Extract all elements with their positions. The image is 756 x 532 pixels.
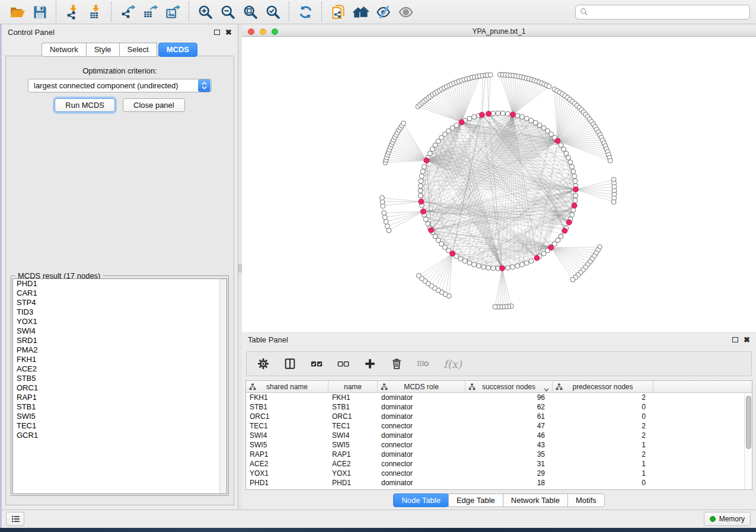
toolbar-separator bbox=[189, 2, 189, 22]
mcds-result-node[interactable]: FKH1 bbox=[13, 355, 227, 364]
network-canvas[interactable] bbox=[242, 37, 756, 332]
mcds-result-node[interactable]: SWI4 bbox=[13, 326, 227, 336]
column-header-MCDS-role[interactable]: MCDS role bbox=[378, 381, 465, 392]
table-row[interactable]: SWI4SWI4dominator462 bbox=[246, 431, 744, 440]
search-icon bbox=[580, 8, 588, 16]
zoom-fit-icon[interactable] bbox=[241, 3, 259, 21]
mcds-result-node[interactable]: SRD1 bbox=[13, 336, 227, 345]
table-scrollbar-thumb[interactable] bbox=[746, 396, 751, 449]
tab-node-table[interactable]: Node Table bbox=[393, 493, 449, 507]
float-panel-icon[interactable] bbox=[732, 337, 738, 342]
float-panel-icon[interactable] bbox=[214, 30, 220, 35]
split-view-icon[interactable] bbox=[283, 357, 296, 370]
desktop-background-bottom bbox=[0, 528, 756, 532]
optimization-criterion-dropdown[interactable]: largest connected component (undirected) bbox=[28, 79, 212, 92]
export-table-icon[interactable] bbox=[141, 3, 159, 21]
show-hide-icon[interactable] bbox=[397, 3, 414, 21]
home-icon[interactable] bbox=[352, 3, 369, 21]
function-builder-icon: f(x) bbox=[444, 358, 462, 370]
mcds-result-node[interactable]: CAR1 bbox=[13, 289, 227, 298]
cell-name: ORC1 bbox=[328, 412, 378, 421]
search-input[interactable] bbox=[588, 6, 745, 18]
table-row[interactable]: SWI5SWI5connector431 bbox=[246, 440, 744, 450]
cell-shared-name: TEC1 bbox=[246, 421, 328, 431]
import-table-icon[interactable] bbox=[86, 3, 104, 21]
save-session-icon[interactable] bbox=[31, 3, 49, 21]
table-panel: Table Panel ✖ f(x) shared namenameMCDS r… bbox=[242, 332, 756, 508]
table-row[interactable]: FKH1FKH1dominator962 bbox=[246, 393, 744, 402]
cell-name: PHD1 bbox=[328, 478, 378, 488]
tab-mcds[interactable]: MCDS bbox=[158, 43, 197, 57]
column-header-shared-name[interactable]: shared name bbox=[246, 381, 328, 392]
tab-motifs[interactable]: Motifs bbox=[567, 493, 605, 507]
open-session-icon[interactable] bbox=[8, 3, 26, 21]
select-all-icon[interactable] bbox=[310, 357, 323, 370]
node-table: shared namenameMCDS rolesuccessor nodesp… bbox=[245, 380, 752, 490]
table-panel-header: Table Panel ✖ bbox=[242, 332, 756, 348]
zoom-out-icon[interactable] bbox=[219, 3, 237, 21]
result-list-scrollbar[interactable] bbox=[219, 279, 227, 493]
mcds-result-node[interactable]: SWI5 bbox=[13, 412, 227, 421]
table-row[interactable]: YOX1YOX1connector291 bbox=[246, 469, 744, 478]
tab-edge-table[interactable]: Edge Table bbox=[448, 493, 503, 507]
memory-button[interactable]: Memory bbox=[704, 512, 751, 526]
close-panel-button[interactable]: Close panel bbox=[123, 98, 185, 112]
cell-shared-name: STB1 bbox=[246, 402, 328, 412]
tab-style[interactable]: Style bbox=[86, 43, 120, 57]
network-graph[interactable] bbox=[242, 37, 756, 332]
tab-network-table[interactable]: Network Table bbox=[503, 493, 568, 507]
import-network-icon[interactable] bbox=[63, 3, 81, 21]
mcds-result-node[interactable]: RAP1 bbox=[13, 393, 227, 402]
table-panel-title: Table Panel bbox=[248, 335, 288, 344]
mcds-result-node[interactable]: ACE2 bbox=[13, 364, 227, 374]
table-row[interactable]: ACE2ACE2connector311 bbox=[246, 459, 744, 469]
memory-indicator-icon bbox=[710, 516, 716, 522]
zoom-in-icon[interactable] bbox=[196, 3, 214, 21]
cell-successor-nodes: 43 bbox=[465, 440, 553, 450]
mcds-result-node[interactable]: STB5 bbox=[13, 374, 227, 383]
column-header-name[interactable]: name bbox=[328, 381, 378, 392]
mcds-result-node[interactable]: STB1 bbox=[13, 402, 227, 412]
zoom-selected-icon[interactable] bbox=[264, 3, 282, 21]
close-panel-icon[interactable]: ✖ bbox=[744, 336, 750, 344]
cell-shared-name: SWI5 bbox=[246, 440, 328, 450]
run-mcds-button[interactable]: Run MCDS bbox=[55, 98, 115, 112]
table-row[interactable]: TEC1TEC1connector472 bbox=[246, 421, 744, 431]
search-box[interactable] bbox=[575, 5, 750, 20]
mcds-result-node[interactable]: STP4 bbox=[13, 298, 227, 307]
mcds-result-node[interactable]: TID3 bbox=[13, 307, 227, 317]
table-row[interactable]: ORC1ORC1dominator610 bbox=[246, 412, 744, 421]
export-network-icon[interactable] bbox=[119, 3, 136, 21]
export-image-icon[interactable] bbox=[164, 3, 181, 21]
refresh-layout-icon[interactable] bbox=[296, 3, 314, 21]
mcds-result-node[interactable]: YOX1 bbox=[13, 317, 227, 326]
share-document-icon[interactable] bbox=[329, 3, 347, 21]
table-row[interactable]: RAP1RAP1dominator352 bbox=[246, 450, 744, 459]
table-scrollbar[interactable] bbox=[744, 393, 752, 489]
deselect-all-icon[interactable] bbox=[337, 357, 350, 370]
shared-column-icon bbox=[468, 383, 476, 392]
mcds-result-list[interactable]: PHD1CAR1STP4TID3YOX1SWI4SRD1PMA2FKH1ACE2… bbox=[12, 278, 227, 494]
mcds-result-node[interactable]: TEC1 bbox=[13, 421, 227, 431]
settings-icon[interactable] bbox=[257, 357, 270, 370]
mcds-result-node[interactable]: PHD1 bbox=[13, 279, 227, 289]
tab-network[interactable]: Network bbox=[42, 43, 87, 57]
tab-select[interactable]: Select bbox=[119, 43, 157, 57]
close-panel-icon[interactable]: ✖ bbox=[225, 28, 232, 36]
delete-column-icon[interactable] bbox=[390, 357, 403, 370]
mcds-result-node[interactable]: PMA2 bbox=[13, 345, 227, 355]
table-row[interactable]: PHD1PHD1dominator180 bbox=[246, 478, 744, 488]
column-header-predecessor-nodes[interactable]: predecessor nodes bbox=[553, 381, 653, 392]
add-column-icon[interactable] bbox=[363, 357, 377, 370]
mcds-result-node[interactable]: GCR1 bbox=[13, 431, 227, 440]
task-history-button[interactable] bbox=[6, 512, 24, 526]
mcds-result-node[interactable]: ORC1 bbox=[13, 383, 227, 393]
table-row[interactable]: STB1STB1dominator620 bbox=[246, 402, 744, 412]
list-icon bbox=[10, 514, 21, 524]
column-header-successor-nodes[interactable]: successor nodes bbox=[465, 381, 553, 392]
network-view-titlebar[interactable]: YPA_prune.txt_1 bbox=[242, 27, 756, 37]
cell-name: STB1 bbox=[328, 402, 378, 412]
cell-name: RAP1 bbox=[328, 450, 378, 459]
control-panel-tabbar: NetworkStyleSelectMCDS bbox=[2, 43, 238, 57]
graphics-details-icon[interactable] bbox=[374, 3, 392, 21]
